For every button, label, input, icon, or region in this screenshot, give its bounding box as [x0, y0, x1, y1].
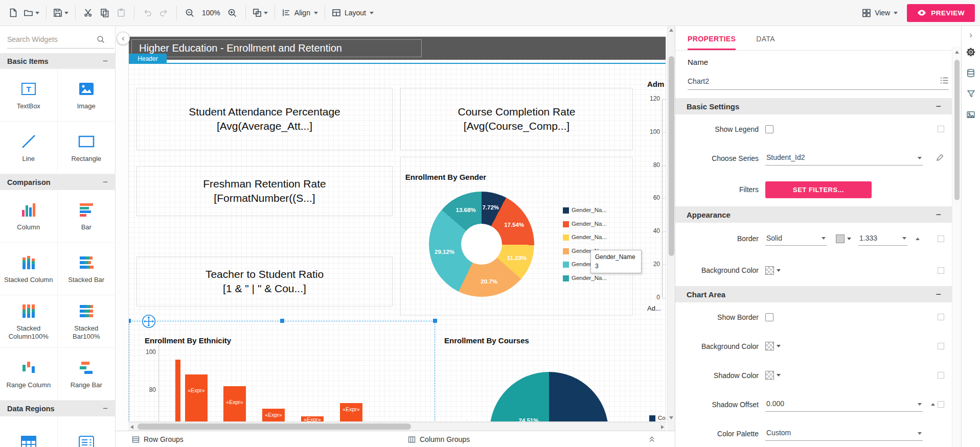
collapse-groups-button[interactable] — [648, 435, 655, 444]
set-filters-button[interactable]: SET FILTERS... — [765, 181, 872, 198]
properties-gear-icon[interactable] — [963, 41, 978, 62]
canvas-vertical-scrollbar[interactable] — [667, 26, 675, 422]
align-button[interactable]: Align — [280, 4, 320, 22]
show-border-checkbox[interactable] — [765, 313, 773, 321]
widget-item-stacked-column100[interactable]: Stacked Column100% — [0, 295, 58, 348]
selection-handle[interactable] — [128, 319, 131, 323]
property-expression-checkbox[interactable] — [938, 314, 944, 320]
selection-handle[interactable] — [280, 319, 284, 323]
copy-button[interactable] — [97, 4, 113, 22]
section-basic-settings[interactable]: Basic Settings − — [675, 98, 952, 114]
edit-series-pencil-icon[interactable] — [936, 153, 944, 163]
chevron-down-icon[interactable] — [847, 238, 851, 240]
collapse-section-icon[interactable]: − — [103, 56, 108, 66]
section-chart-area[interactable]: Chart Area − — [675, 286, 952, 302]
scroll-right-arrow[interactable] — [661, 425, 664, 429]
textbox-teacher-student-ratio[interactable]: Teacher to Student Ratio[1 & " | " & Cou… — [136, 256, 393, 307]
widget-item-stacked-column[interactable]: Stacked Column — [0, 243, 58, 295]
scrollbar-thumb[interactable] — [138, 424, 411, 430]
preview-button[interactable]: PREVIEW — [907, 4, 975, 22]
textbox-freshman-retention[interactable]: Freshman Retention Rate[FormatNumber((S.… — [136, 166, 393, 216]
zoom-in-button[interactable] — [224, 4, 241, 22]
report-title-textbox[interactable]: Higher Education - Enrollment and Retent… — [131, 39, 422, 57]
show-legend-checkbox[interactable] — [765, 125, 773, 133]
scroll-down-arrow[interactable] — [669, 416, 673, 419]
widget-item-column[interactable]: Column — [0, 190, 58, 243]
scrollbar-thumb[interactable] — [669, 56, 674, 256]
sidebar-section-header[interactable]: Basic Items− — [0, 53, 115, 69]
chevron-down-icon[interactable] — [777, 269, 781, 272]
cut-button[interactable] — [80, 4, 97, 22]
widget-item-line[interactable]: Line — [0, 122, 58, 174]
property-expression-checkbox[interactable] — [938, 372, 944, 379]
group-button[interactable] — [250, 4, 270, 22]
widget-item-table[interactable] — [0, 416, 58, 447]
collapse-section-icon[interactable]: − — [936, 209, 941, 220]
property-expression-checkbox[interactable] — [938, 126, 944, 132]
property-expression-checkbox[interactable] — [938, 236, 944, 242]
panel-expand-chevron[interactable]: › — [963, 28, 978, 41]
scroll-up-arrow[interactable] — [669, 29, 673, 32]
expression-list-icon[interactable] — [940, 77, 949, 86]
column-groups-panel[interactable]: Column Groups — [408, 431, 470, 447]
widget-item-range-bar[interactable]: Range Bar — [58, 348, 116, 401]
header-section-tab[interactable]: Header — [129, 54, 167, 63]
filter-icon[interactable] — [963, 83, 978, 104]
canvas-horizontal-scrollbar[interactable] — [128, 422, 666, 431]
section-appearance[interactable]: Appearance − — [675, 206, 952, 223]
search-icon[interactable] — [97, 35, 105, 45]
open-report-button[interactable] — [21, 4, 41, 22]
widget-item-rectangle[interactable]: Rectangle — [58, 122, 116, 174]
widget-item-stacked-bar[interactable]: Stacked Bar — [58, 243, 116, 295]
shadow-color-swatch[interactable] — [765, 371, 774, 380]
collapse-section-icon[interactable]: − — [936, 289, 941, 300]
spinner-up-icon[interactable] — [916, 238, 920, 240]
selection-handle[interactable] — [433, 319, 437, 323]
collapse-section-icon[interactable]: − — [936, 101, 941, 112]
widget-item-stacked-bar100[interactable]: Stacked Bar100% — [58, 295, 116, 348]
layout-button[interactable]: Layout — [330, 4, 376, 22]
collapse-section-icon[interactable]: − — [103, 177, 108, 187]
chevron-down-icon[interactable] — [777, 374, 781, 377]
tab-properties[interactable]: PROPERTIES — [688, 35, 736, 50]
properties-scrollbar[interactable] — [952, 46, 961, 447]
report-header-band[interactable]: Higher Education - Enrollment and Retent… — [129, 37, 666, 60]
data-source-icon[interactable] — [963, 62, 978, 83]
scroll-left-arrow[interactable] — [130, 425, 133, 429]
background-color-swatch[interactable] — [765, 342, 774, 350]
save-button[interactable] — [51, 4, 71, 22]
collapse-section-icon[interactable]: − — [103, 404, 108, 414]
scroll-up-arrow[interactable] — [955, 51, 959, 54]
property-expression-checkbox[interactable] — [938, 267, 944, 274]
color-palette-dropdown[interactable]: Custom — [765, 427, 923, 441]
view-button[interactable]: View — [860, 4, 900, 22]
choose-series-dropdown[interactable]: Student_Id2 — [765, 151, 923, 166]
background-color-swatch[interactable] — [765, 266, 774, 275]
report-design-surface[interactable]: Higher Education - Enrollment and Retent… — [128, 36, 666, 422]
textbox-course-completion[interactable]: Course Completion Rate[Avg(Course_Comp..… — [400, 88, 633, 150]
chevron-down-icon[interactable] — [777, 345, 781, 347]
widget-item-textbox[interactable]: TTextBox — [0, 69, 58, 122]
name-input[interactable]: Chart2 — [688, 73, 949, 90]
border-style-dropdown[interactable]: Solid — [765, 231, 827, 246]
textbox-student-attendance[interactable]: Student Attendance Percentage[Avg(Averag… — [136, 88, 393, 150]
image-library-icon[interactable] — [963, 104, 978, 125]
widget-item-bar[interactable]: Bar — [58, 190, 116, 243]
zoom-out-button[interactable] — [181, 4, 198, 22]
border-color-swatch[interactable] — [836, 234, 845, 243]
widget-item-image[interactable]: Image — [58, 69, 116, 122]
row-groups-panel[interactable]: Row Groups — [132, 431, 184, 447]
sidebar-section-header[interactable]: Comparison− — [0, 174, 115, 190]
selection-outline[interactable] — [129, 321, 435, 422]
redo-button[interactable] — [155, 4, 172, 22]
new-report-button[interactable] — [5, 4, 21, 22]
spinner-up-icon[interactable] — [931, 403, 935, 406]
property-expression-checkbox[interactable] — [938, 401, 944, 408]
border-width-input[interactable]: 1.333 — [858, 231, 907, 246]
shadow-offset-input[interactable]: 0.000 — [765, 397, 923, 412]
tab-data[interactable]: DATA — [756, 35, 775, 50]
undo-button[interactable] — [139, 4, 155, 22]
widget-item-range-column[interactable]: Range Column — [0, 348, 58, 401]
property-expression-checkbox[interactable] — [938, 343, 944, 349]
sidebar-section-header[interactable]: Data Regions− — [0, 401, 115, 416]
